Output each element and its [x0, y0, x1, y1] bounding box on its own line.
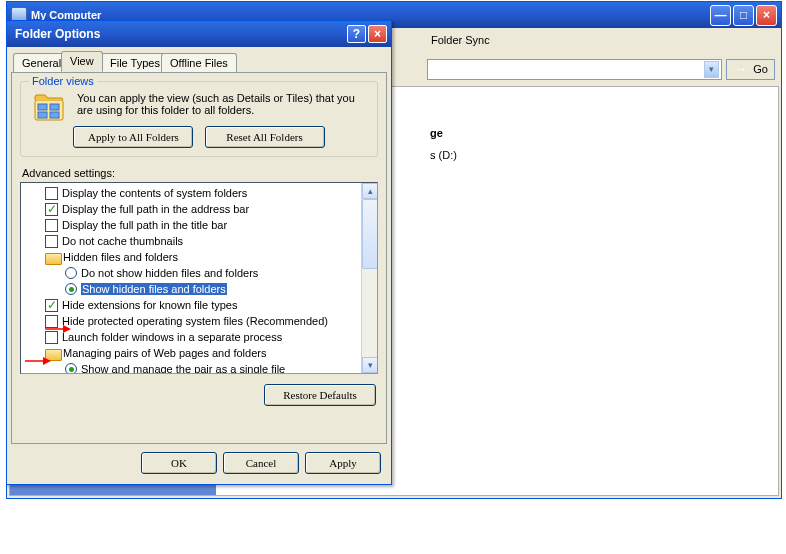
checkbox-icon[interactable] [45, 219, 58, 232]
svg-rect-7 [38, 112, 47, 118]
folder-views-text: You can apply the view (such as Details … [77, 92, 369, 122]
checkbox-icon[interactable] [45, 235, 58, 248]
restore-defaults-button[interactable]: Restore Defaults [264, 384, 376, 406]
tree-item-label: Display the full path in the address bar [62, 203, 249, 215]
cancel-button[interactable]: Cancel [223, 452, 299, 474]
apply-button[interactable]: Apply [305, 452, 381, 474]
bg-section-heading: ge [430, 127, 778, 139]
tree-item[interactable]: Hide extensions for known file types [25, 297, 377, 313]
minimize-button[interactable]: — [710, 5, 731, 26]
scroll-up-button[interactable]: ▴ [362, 183, 378, 199]
dialog-close-button[interactable]: × [368, 25, 387, 43]
tree-item-label: Display the full path in the title bar [62, 219, 227, 231]
advanced-settings-tree[interactable]: Display the contents of system foldersDi… [20, 182, 378, 374]
dialog-title: Folder Options [11, 27, 345, 41]
advanced-settings-label: Advanced settings: [22, 167, 378, 179]
svg-rect-5 [38, 104, 47, 110]
tree-item[interactable]: Show hidden files and folders [25, 281, 377, 297]
tree-item[interactable]: Display the full path in the title bar [25, 217, 377, 233]
tree-item[interactable]: Managing pairs of Web pages and folders [25, 345, 377, 361]
tree-item-label: Launch folder windows in a separate proc… [62, 331, 282, 343]
reset-all-folders-button[interactable]: Reset All Folders [205, 126, 325, 148]
checkbox-icon[interactable] [45, 299, 58, 312]
tree-item[interactable]: Show and manage the pair as a single fil… [25, 361, 377, 374]
tree-item-label: Hidden files and folders [63, 251, 178, 263]
tree-item[interactable]: Launch folder windows in a separate proc… [25, 329, 377, 345]
radio-icon[interactable] [65, 363, 77, 374]
scroll-thumb[interactable] [362, 199, 378, 269]
svg-rect-6 [50, 104, 59, 110]
radio-icon[interactable] [65, 283, 77, 295]
apply-all-folders-button[interactable]: Apply to All Folders [73, 126, 193, 148]
radio-icon[interactable] [65, 267, 77, 279]
bg-drive-item[interactable]: s (D:) [430, 149, 778, 167]
folder-views-icon [33, 92, 65, 124]
ok-button[interactable]: OK [141, 452, 217, 474]
tree-item[interactable]: Display the full path in the address bar [25, 201, 377, 217]
folder-icon [45, 347, 61, 360]
tree-item-label: Managing pairs of Web pages and folders [63, 347, 266, 359]
tree-item[interactable]: Hidden files and folders [25, 249, 377, 265]
scrollbar[interactable]: ▴ ▾ [361, 183, 377, 373]
folder-options-dialog: Folder Options ? × General View File Typ… [6, 20, 392, 485]
go-label: Go [753, 63, 768, 75]
help-button[interactable]: ? [347, 25, 366, 43]
tab-view-panel: Folder views You can apply the view (suc… [11, 72, 387, 444]
folder-views-title: Folder views [29, 75, 97, 87]
tree-item-label: Do not cache thumbnails [62, 235, 183, 247]
tree-item-label: Display the contents of system folders [62, 187, 247, 199]
tab-view[interactable]: View [61, 51, 103, 72]
maximize-button[interactable]: □ [733, 5, 754, 26]
tab-filetypes[interactable]: File Types [101, 53, 169, 72]
checkbox-icon[interactable] [45, 331, 58, 344]
svg-rect-8 [50, 112, 59, 118]
tree-item[interactable]: Display the contents of system folders [25, 185, 377, 201]
tree-item[interactable]: Do not cache thumbnails [25, 233, 377, 249]
tree-item-label: Hide extensions for known file types [62, 299, 237, 311]
address-combobox[interactable]: ▾ [427, 59, 722, 80]
checkbox-icon[interactable] [45, 203, 58, 216]
go-arrow-icon: → [733, 61, 749, 77]
tree-item-label: Show hidden files and folders [81, 283, 227, 295]
checkbox-icon[interactable] [45, 187, 58, 200]
tree-item-label: Hide protected operating system files (R… [62, 315, 328, 327]
tree-item-label: Show and manage the pair as a single fil… [81, 363, 285, 374]
go-button[interactable]: → Go [726, 59, 775, 80]
menu-foldersync[interactable]: Folder Sync [423, 34, 498, 46]
tree-item-label: Do not show hidden files and folders [81, 267, 258, 279]
close-button[interactable]: × [756, 5, 777, 26]
tree-item[interactable]: Do not show hidden files and folders [25, 265, 377, 281]
folder-icon [45, 251, 61, 264]
tabstrip: General View File Types Offline Files [11, 51, 387, 73]
folder-views-group: Folder views You can apply the view (suc… [20, 81, 378, 157]
tree-item[interactable]: Hide protected operating system files (R… [25, 313, 377, 329]
chevron-down-icon[interactable]: ▾ [704, 61, 719, 78]
dialog-titlebar[interactable]: Folder Options ? × [7, 21, 391, 47]
checkbox-icon[interactable] [45, 315, 58, 328]
scroll-down-button[interactable]: ▾ [362, 357, 378, 373]
tab-offline[interactable]: Offline Files [161, 53, 237, 72]
